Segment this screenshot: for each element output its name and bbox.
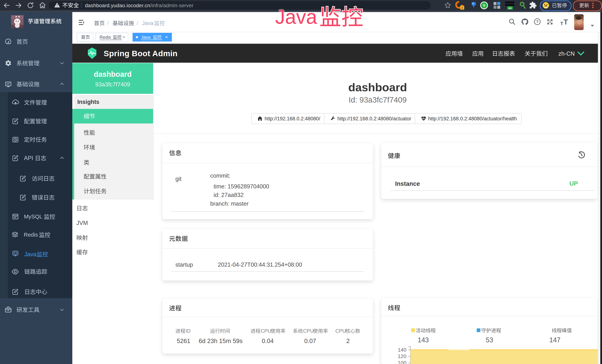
svg-text:on: on: [509, 7, 512, 10]
svg-text:?: ?: [536, 20, 538, 24]
svg-text:V: V: [483, 3, 485, 7]
svg-text:1: 1: [461, 6, 463, 10]
